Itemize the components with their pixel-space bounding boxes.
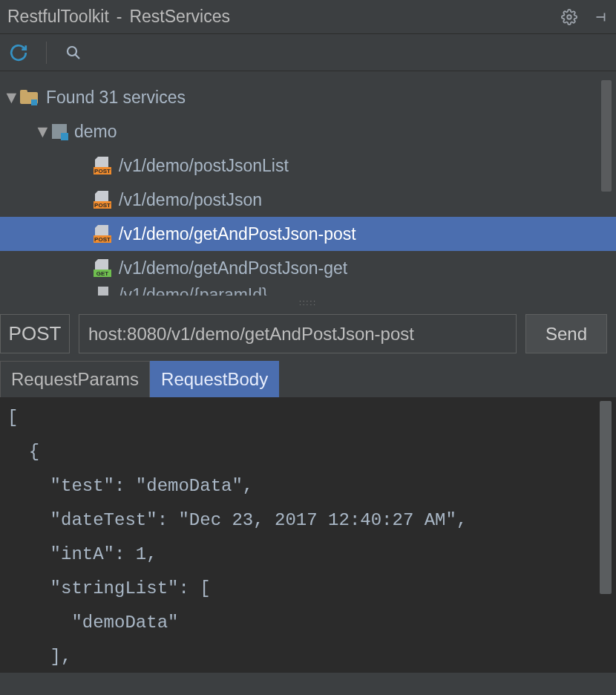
- tab-request-body[interactable]: RequestBody: [150, 361, 279, 397]
- tab-request-params[interactable]: RequestParams: [0, 361, 150, 397]
- svg-text:POST: POST: [94, 168, 111, 174]
- post-method-icon: POST: [92, 155, 113, 176]
- svg-text:POST: POST: [94, 202, 111, 209]
- tree-endpoint[interactable]: GET /v1/demo/getAndPostJson-get: [0, 251, 616, 285]
- chevron-down-icon[interactable]: ▼: [34, 122, 47, 142]
- svg-rect-9: [61, 133, 68, 140]
- svg-text:POST: POST: [94, 236, 111, 243]
- svg-point-3: [68, 47, 76, 56]
- tree-root[interactable]: ▼ Found 31 services: [0, 80, 616, 114]
- app-subtitle: RestServices: [129, 7, 229, 27]
- method-icon: [92, 285, 113, 296]
- title-separator: -: [117, 7, 122, 27]
- http-method-value: POST: [9, 322, 62, 345]
- svg-point-0: [567, 15, 571, 19]
- app-title: RestfulToolkit: [7, 7, 109, 27]
- tree-endpoint[interactable]: /v1/demo/{paramId}: [0, 285, 616, 296]
- gear-icon[interactable]: [561, 9, 577, 25]
- request-line: POST host:8080/v1/demo/getAndPostJson-po…: [0, 307, 616, 361]
- endpoint-path: /v1/demo/postJson: [119, 190, 262, 210]
- toolbar-divider: [46, 42, 47, 64]
- svg-rect-6: [20, 90, 27, 94]
- tree-module-label: demo: [74, 122, 117, 142]
- services-tree-panel: ▼ Found 31 services ▼ demo: [0, 71, 616, 296]
- request-tabs: RequestParams RequestBody: [0, 361, 616, 398]
- http-method-select[interactable]: POST: [0, 314, 70, 353]
- tab-label: RequestParams: [11, 369, 139, 390]
- tree-module[interactable]: ▼ demo: [0, 114, 616, 149]
- scrollbar-thumb[interactable]: [600, 401, 612, 594]
- toolbar: [0, 34, 616, 71]
- url-input[interactable]: host:8080/v1/demo/getAndPostJson-post: [79, 314, 517, 353]
- tree-endpoint-selected[interactable]: POST /v1/demo/getAndPostJson-post: [0, 217, 616, 251]
- module-icon: [50, 123, 68, 140]
- send-button-label: Send: [545, 324, 587, 345]
- scrollbar-thumb[interactable]: [601, 80, 612, 192]
- post-method-icon: POST: [92, 189, 113, 210]
- chevron-down-icon[interactable]: ▼: [3, 88, 16, 108]
- body-editor[interactable]: [ { "test": "demoData", "dateTest": "Dec…: [0, 398, 616, 673]
- svg-text:GET: GET: [96, 270, 109, 277]
- svg-line-4: [76, 54, 80, 59]
- send-button[interactable]: Send: [525, 314, 607, 353]
- url-value: host:8080/v1/demo/getAndPostJson-post: [88, 324, 414, 345]
- tab-label: RequestBody: [161, 369, 268, 390]
- tree-scrollbar[interactable]: [601, 80, 612, 258]
- tree-root-label: Found 31 services: [46, 88, 186, 108]
- tree-endpoint[interactable]: POST /v1/demo/postJson: [0, 183, 616, 217]
- services-tree[interactable]: ▼ Found 31 services ▼ demo: [0, 71, 616, 296]
- refresh-icon[interactable]: [9, 43, 28, 62]
- svg-rect-7: [31, 99, 37, 105]
- endpoint-path: /v1/demo/postJsonList: [119, 156, 289, 176]
- endpoint-path: /v1/demo/getAndPostJson-get: [119, 258, 347, 278]
- get-method-icon: GET: [92, 258, 113, 278]
- editor-scrollbar[interactable]: [600, 401, 612, 668]
- minimize-icon[interactable]: [592, 9, 609, 25]
- post-method-icon: POST: [92, 223, 113, 244]
- endpoint-path: /v1/demo/getAndPostJson-post: [119, 224, 356, 244]
- folder-icon: [19, 89, 39, 105]
- titlebar: RestfulToolkit - RestServices: [0, 0, 616, 34]
- tree-endpoint[interactable]: POST /v1/demo/postJsonList: [0, 149, 616, 183]
- resize-grip[interactable]: :::::: [0, 298, 616, 307]
- search-icon[interactable]: [65, 44, 82, 62]
- endpoint-path: /v1/demo/{paramId}: [119, 285, 268, 296]
- body-editor-panel: [ { "test": "demoData", "dateTest": "Dec…: [0, 398, 616, 673]
